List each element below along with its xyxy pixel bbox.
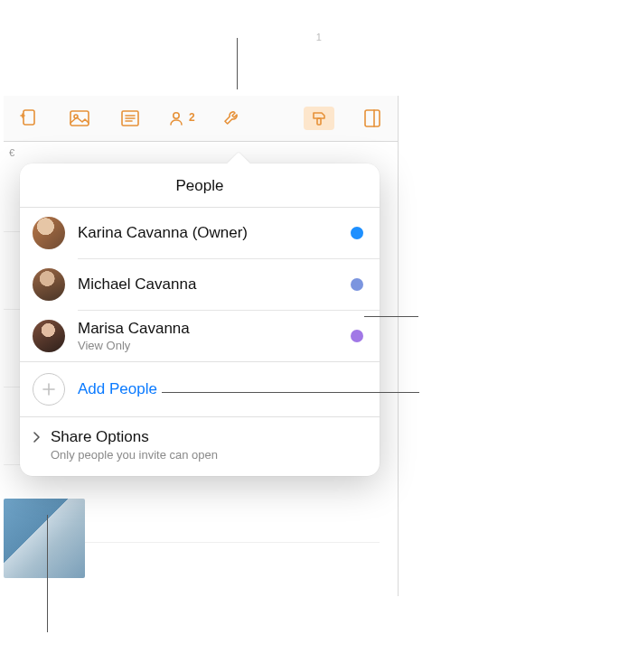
avatar <box>33 268 65 301</box>
ruler-cell: € <box>9 147 72 158</box>
insert-media-icon[interactable] <box>67 106 92 131</box>
toolbar: 2 <box>4 96 399 141</box>
callout-line <box>162 392 419 393</box>
share-options-subtitle: Only people you invite can open <box>51 448 218 462</box>
presence-dot <box>351 227 363 239</box>
person-row[interactable]: Marisa Cavanna View Only <box>20 311 380 361</box>
collab-count-badge: 2 <box>189 111 195 124</box>
person-name: Marisa Cavanna <box>78 320 338 338</box>
person-row[interactable]: Michael Cavanna <box>20 259 380 310</box>
person-name: Karina Cavanna (Owner) <box>78 224 338 242</box>
callout-line <box>237 38 238 89</box>
plus-icon <box>33 373 65 406</box>
presence-dot <box>351 330 363 342</box>
document-image-thumbnail <box>4 499 85 578</box>
format-brush-button[interactable] <box>304 107 334 130</box>
svg-rect-11 <box>365 110 380 126</box>
avatar <box>33 217 65 249</box>
presence-dot <box>351 278 363 291</box>
tools-icon[interactable] <box>219 106 244 131</box>
svg-point-9 <box>174 113 179 118</box>
sidebar-toggle-icon[interactable] <box>360 106 385 131</box>
person-name: Michael Cavanna <box>78 275 338 294</box>
ruler-bar: € <box>4 141 399 163</box>
add-people-label: Add People <box>78 380 157 398</box>
chevron-right-icon <box>33 428 42 462</box>
share-options-title: Share Options <box>51 428 218 446</box>
add-page-icon[interactable] <box>16 106 42 131</box>
person-permission-label: View Only <box>78 339 338 352</box>
people-popover: People Karina Cavanna (Owner) Michael Ca… <box>20 163 380 476</box>
callout-line <box>47 515 48 632</box>
popover-title: People <box>20 163 380 207</box>
svg-rect-0 <box>23 110 34 125</box>
document-outline-icon[interactable] <box>117 106 143 131</box>
svg-rect-3 <box>70 111 89 126</box>
avatar <box>33 320 65 352</box>
svg-rect-10 <box>317 118 321 125</box>
page-hint: 1 <box>316 32 322 42</box>
add-people-button[interactable]: Add People <box>20 362 380 416</box>
share-options-button[interactable]: Share Options Only people you invite can… <box>20 417 380 476</box>
collaboration-button[interactable]: 2 <box>168 106 193 131</box>
person-row[interactable]: Karina Cavanna (Owner) <box>20 208 380 258</box>
callout-line <box>364 316 418 317</box>
